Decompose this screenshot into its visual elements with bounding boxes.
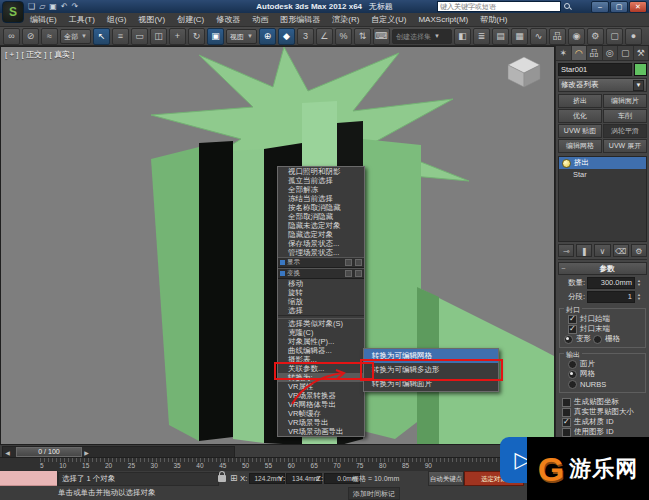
modifier-on-bulb-icon[interactable] — [562, 159, 571, 168]
select-scale-icon[interactable]: ▣ — [207, 28, 224, 45]
context-menu-item[interactable]: 移动 — [278, 279, 364, 288]
align-icon[interactable]: ≣ — [473, 28, 490, 45]
modifier-button[interactable]: UVW 展开 — [603, 139, 647, 153]
gen-matid-checkbox[interactable] — [562, 418, 571, 427]
submenu-item[interactable]: 转换为可编辑面片 — [364, 377, 498, 391]
nurbs-radio[interactable] — [568, 380, 577, 389]
unlink-selection-icon[interactable]: ⊘ — [22, 28, 39, 45]
amount-field[interactable]: 300.0mm — [587, 277, 635, 289]
remove-modifier-icon[interactable]: ⌫ — [613, 244, 629, 257]
realworld-map-checkbox[interactable] — [562, 408, 571, 417]
pin-stack-icon[interactable]: ⊸ — [558, 244, 574, 257]
show-end-result-icon[interactable]: ❚ — [576, 244, 592, 257]
maximize-button[interactable]: ▢ — [610, 1, 628, 13]
context-menu-item[interactable]: 克隆(C) — [278, 328, 364, 337]
next-frame-icon[interactable]: ▶ — [82, 449, 91, 456]
select-by-name-icon[interactable]: ≡ — [112, 28, 129, 45]
amount-spinner[interactable]: ▲▼ — [637, 279, 641, 287]
rect-region-icon[interactable]: ▭ — [131, 28, 148, 45]
quad-collapse-icon[interactable] — [355, 270, 362, 277]
menu-item[interactable]: 编辑(E) — [30, 14, 57, 25]
cap-start-checkbox[interactable] — [568, 315, 577, 324]
absolute-mode-icon[interactable]: ⊞ — [230, 473, 238, 483]
context-menu-item[interactable]: 选择类似对象(S) — [278, 319, 364, 328]
select-object-icon[interactable]: ↖ — [93, 28, 110, 45]
object-color-swatch[interactable] — [634, 63, 647, 76]
graphite-ribbon-icon[interactable]: ▦ — [511, 28, 528, 45]
context-menu-item[interactable]: VR帧缓存 — [278, 409, 364, 418]
quad-pin-icon[interactable] — [345, 259, 352, 266]
render-setup-icon[interactable]: ⚙ — [587, 28, 604, 45]
segments-spinner[interactable]: ▲▼ — [637, 293, 641, 301]
context-menu-item[interactable]: 视口照明和阴影 — [278, 167, 364, 176]
modify-tab-icon[interactable]: ◠ — [572, 46, 588, 60]
create-tab-icon[interactable]: ✶ — [556, 46, 572, 60]
configure-modifier-sets-icon[interactable]: ⚙ — [631, 244, 647, 257]
keyboard-override-icon[interactable]: ⌨ — [373, 28, 390, 45]
curve-editor-icon[interactable]: ∿ — [530, 28, 547, 45]
quad-collapse-icon[interactable] — [355, 259, 362, 266]
quad-header-display[interactable]: 显示 — [278, 257, 364, 268]
spinner-snap-icon[interactable]: ⇅ — [354, 28, 371, 45]
bind-spacewarp-icon[interactable]: ≈ — [41, 28, 58, 45]
context-menu-item[interactable]: 缩放 — [278, 297, 364, 306]
context-menu-item[interactable]: 摄影表... — [278, 355, 364, 364]
mesh-radio[interactable] — [568, 370, 577, 379]
menu-item[interactable]: 组(G) — [107, 14, 127, 25]
context-menu-item[interactable]: 隐藏未选定对象 — [278, 221, 364, 230]
object-name-field[interactable]: Star001 — [558, 63, 632, 76]
named-selection-set-dropdown[interactable]: 创建选择集▼ — [392, 29, 452, 44]
modifier-list-dropdown[interactable]: 修改器列表 ▼ — [558, 78, 647, 92]
viewport-label[interactable]: [ + ][ 正交 ][ 真实 ] — [5, 49, 77, 60]
window-crossing-icon[interactable]: ◫ — [150, 28, 167, 45]
menu-item[interactable]: 创建(C) — [177, 14, 204, 25]
listener-macro-row[interactable] — [0, 471, 57, 486]
menu-item[interactable]: 图形编辑器 — [280, 14, 320, 25]
search-icon[interactable] — [564, 3, 571, 10]
modifier-button[interactable]: UVW 贴图 — [558, 124, 602, 138]
snaps-toggle-icon[interactable]: 3 — [297, 28, 314, 45]
menu-item[interactable]: 帮助(H) — [480, 14, 507, 25]
render-icon[interactable]: ● — [625, 28, 642, 45]
add-time-tag-button[interactable]: 添加时间标记 — [348, 487, 400, 500]
context-menu-item[interactable]: 选择 — [278, 306, 364, 315]
hierarchy-tab-icon[interactable]: 品 — [587, 46, 603, 60]
cap-end-checkbox[interactable] — [568, 325, 577, 334]
mirror-icon[interactable]: ◧ — [454, 28, 471, 45]
select-link-icon[interactable]: ∞ — [3, 28, 20, 45]
context-menu-item[interactable]: 对象属性(P)... — [278, 337, 364, 346]
time-slider-handle[interactable]: 0 / 100 — [16, 447, 82, 457]
gen-mapping-checkbox[interactable] — [562, 398, 571, 407]
material-editor-icon[interactable]: ◉ — [568, 28, 585, 45]
morph-radio[interactable] — [564, 335, 573, 344]
selection-lock-icon[interactable] — [218, 475, 226, 482]
select-rotate-icon[interactable]: ↻ — [188, 28, 205, 45]
modifier-button[interactable]: 编辑面片 — [603, 94, 647, 108]
utilities-tab-icon[interactable]: ⚒ — [634, 46, 649, 60]
stack-item-extrude[interactable]: 挤出 — [559, 157, 646, 169]
grid-radio[interactable] — [593, 335, 602, 344]
quad-header-transform[interactable]: 变换 — [278, 268, 364, 279]
app-logo-icon[interactable]: S — [2, 1, 24, 23]
auto-key-button[interactable]: 自动关键点 — [428, 471, 464, 486]
minimize-button[interactable]: – — [591, 1, 609, 13]
modifier-button[interactable]: 车削 — [603, 109, 647, 123]
segments-field[interactable]: 1 — [587, 291, 635, 303]
rendered-frame-icon[interactable]: ▢ — [606, 28, 623, 45]
context-menu-item[interactable]: 旋转 — [278, 288, 364, 297]
schematic-view-icon[interactable]: 品 — [549, 28, 566, 45]
prev-frame-icon[interactable]: ◀ — [3, 449, 12, 456]
context-menu-item[interactable]: 曲线编辑器... — [278, 346, 364, 355]
menu-item[interactable]: 视图(V) — [138, 14, 165, 25]
modifier-button[interactable]: 涡轮平滑 — [603, 124, 647, 138]
context-menu-item[interactable]: 管理场景状态... — [278, 248, 364, 257]
reference-coordinate-dropdown[interactable]: 视图▼ — [226, 29, 257, 44]
modifier-button[interactable]: 挤出 — [558, 94, 602, 108]
context-menu-item[interactable]: 全部取消隐藏 — [278, 212, 364, 221]
context-menu-item[interactable]: 保存场景状态... — [278, 239, 364, 248]
menu-item[interactable]: 动画 — [252, 14, 268, 25]
context-menu-item[interactable]: 全部解冻 — [278, 185, 364, 194]
context-menu-item[interactable]: VR场景动画导出 — [278, 427, 364, 436]
menu-item[interactable]: 修改器 — [216, 14, 240, 25]
menu-item[interactable]: 自定义(U) — [371, 14, 406, 25]
